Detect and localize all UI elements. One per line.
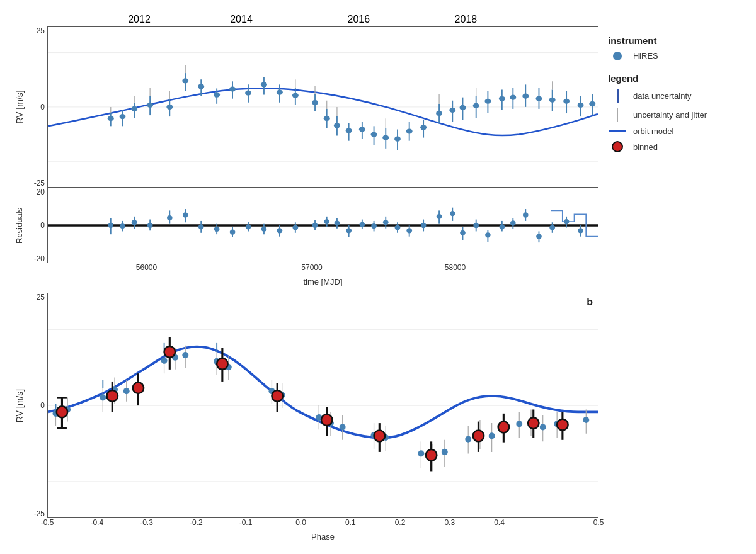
gray-bar-icon xyxy=(617,108,618,122)
svg-point-221 xyxy=(583,417,589,423)
time-axis: 56000 57000 58000 xyxy=(13,263,598,277)
svg-point-176 xyxy=(161,358,168,364)
svg-point-231 xyxy=(164,346,175,358)
hires-legend-item: HIRES xyxy=(608,51,734,60)
svg-point-90 xyxy=(108,223,113,228)
svg-point-87 xyxy=(589,101,595,106)
svg-point-23 xyxy=(214,93,220,98)
phase-tick-n02: -0.2 xyxy=(190,518,203,527)
time-tick-56000: 56000 xyxy=(136,263,157,272)
svg-point-40 xyxy=(324,116,330,121)
svg-point-102 xyxy=(198,224,204,229)
svg-point-150 xyxy=(523,212,529,217)
phase-axis-inner: -0.5 -0.4 -0.3 -0.2 -0.1 0.0 0.1 0.2 0.3… xyxy=(47,518,598,531)
svg-point-211 xyxy=(489,432,495,439)
svg-point-16 xyxy=(166,105,173,110)
svg-point-128 xyxy=(383,220,389,225)
svg-point-241 xyxy=(426,449,437,461)
uncertainty-jitter-item: uncertainty and jitter xyxy=(608,108,734,122)
time-axis-inner: 56000 57000 58000 xyxy=(47,263,598,276)
hires-icon xyxy=(608,52,627,60)
svg-point-201 xyxy=(418,450,424,456)
rv-tick-0-top: 0 xyxy=(40,103,45,111)
svg-point-142 xyxy=(473,223,479,228)
orbit-model-item: orbit model xyxy=(608,127,734,136)
svg-point-37 xyxy=(312,100,318,105)
legend-panel: instrument HIRES legend data uncertainty… xyxy=(598,25,743,541)
svg-point-10 xyxy=(131,106,137,111)
svg-point-72 xyxy=(499,96,505,101)
svg-point-31 xyxy=(277,89,283,94)
year-2012: 2012 xyxy=(128,14,151,25)
svg-point-43 xyxy=(334,123,340,128)
res-tick-20: 20 xyxy=(37,188,45,196)
svg-point-217 xyxy=(540,424,546,430)
svg-point-144 xyxy=(485,232,491,237)
svg-point-180 xyxy=(182,352,188,358)
svg-point-130 xyxy=(395,225,401,230)
svg-point-92 xyxy=(120,223,125,229)
svg-point-114 xyxy=(292,225,298,230)
svg-point-229 xyxy=(133,382,144,393)
svg-point-81 xyxy=(549,98,556,103)
time-axis-label: time [MJD] xyxy=(13,277,598,286)
residuals-y-ticks: 20 0 -20 xyxy=(25,188,47,263)
svg-point-19 xyxy=(182,78,188,83)
svg-point-68 xyxy=(473,103,479,108)
phase-x-label: Phase xyxy=(13,532,598,541)
svg-point-63 xyxy=(449,108,455,113)
svg-point-27 xyxy=(245,90,251,95)
rv-tick-n25: -25 xyxy=(34,179,45,188)
phase-svg xyxy=(48,293,598,517)
svg-point-49 xyxy=(371,132,377,137)
svg-point-118 xyxy=(324,219,329,224)
orbit-line-icon xyxy=(609,130,626,132)
svg-point-245 xyxy=(498,421,509,432)
svg-point-76 xyxy=(522,94,529,99)
svg-point-85 xyxy=(578,103,584,108)
svg-point-225 xyxy=(57,406,67,417)
svg-point-74 xyxy=(510,95,516,100)
svg-point-247 xyxy=(528,417,539,429)
svg-point-120 xyxy=(335,220,340,225)
phase-tick-01: 0.1 xyxy=(345,518,356,527)
svg-point-47 xyxy=(359,127,365,132)
svg-point-58 xyxy=(420,125,427,130)
binned-icon xyxy=(608,141,627,152)
svg-point-21 xyxy=(198,84,204,89)
res-tick-n20: -20 xyxy=(34,254,45,263)
phase-tick-n05: -0.5 xyxy=(41,518,54,527)
svg-point-70 xyxy=(484,99,491,104)
svg-point-122 xyxy=(346,228,352,233)
svg-point-106 xyxy=(230,229,236,234)
legend-title: legend xyxy=(608,73,734,84)
phase-tick-00: 0.0 xyxy=(295,518,306,527)
svg-point-7 xyxy=(119,114,125,119)
phase-tick-n03: -0.3 xyxy=(140,518,153,527)
rv-y-ticks: 25 0 -25 xyxy=(25,26,47,188)
instrument-title: instrument xyxy=(608,35,734,46)
svg-point-45 xyxy=(346,128,352,133)
phase-tick-n04: -0.4 xyxy=(90,518,103,527)
svg-point-124 xyxy=(359,222,365,227)
svg-point-235 xyxy=(272,390,282,402)
binned-label: binned xyxy=(633,142,658,152)
svg-point-108 xyxy=(246,224,251,229)
svg-point-98 xyxy=(167,215,173,220)
svg-point-100 xyxy=(183,212,188,217)
orbit-model-label: orbit model xyxy=(633,127,673,136)
time-tick-58000: 58000 xyxy=(445,263,466,272)
residuals-y-label: Residuals xyxy=(13,188,25,263)
svg-point-52 xyxy=(382,135,389,140)
svg-point-61 xyxy=(436,111,442,116)
svg-point-136 xyxy=(437,213,442,218)
svg-point-195 xyxy=(340,424,346,430)
svg-point-56 xyxy=(406,128,413,133)
rv-main-svg xyxy=(48,27,598,187)
residuals-plot xyxy=(47,188,598,263)
phase-tick-02: 0.2 xyxy=(395,518,406,527)
svg-point-112 xyxy=(277,228,283,233)
svg-point-96 xyxy=(147,223,153,228)
svg-point-78 xyxy=(536,96,542,101)
svg-point-213 xyxy=(516,421,522,427)
